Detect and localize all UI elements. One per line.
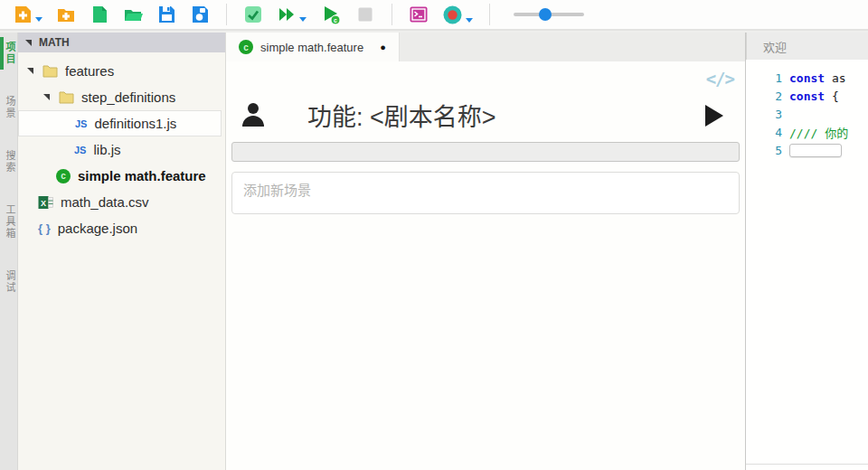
activity-bar: 项目 场景 搜索 工具箱 调试 xyxy=(0,33,18,470)
add-scenario-input[interactable] xyxy=(231,172,740,214)
tree-item-lib-js[interactable]: JS lib.js xyxy=(18,136,225,163)
zoom-slider[interactable] xyxy=(514,8,584,21)
sidebar-tab-search[interactable]: 搜索 xyxy=(0,148,17,175)
cursor-widget xyxy=(789,144,842,157)
stop-button[interactable] xyxy=(355,5,375,24)
sidebar-tab-scenes[interactable]: 场景 xyxy=(0,94,17,121)
record-button[interactable] xyxy=(442,5,473,25)
terminal-icon xyxy=(409,5,429,24)
toolbar-separator xyxy=(489,4,490,25)
terminal-button[interactable] xyxy=(409,5,429,24)
tree-item-label: simple math.feature xyxy=(78,168,206,183)
tree-item-label: lib.js xyxy=(93,142,120,157)
line-number: 4 xyxy=(746,126,789,139)
feature-description-input[interactable] xyxy=(231,142,740,162)
feature-title: 功能: <剧本名称> xyxy=(307,98,705,133)
new-document-icon xyxy=(90,5,109,24)
line-number: 3 xyxy=(746,108,789,121)
tree-item-label: math_data.csv xyxy=(61,194,149,210)
app-window: c xyxy=(0,0,868,470)
code-view-toggle-icon[interactable]: </> xyxy=(706,69,734,89)
code-text: { xyxy=(825,89,839,103)
svg-text:c: c xyxy=(334,17,337,24)
code-editor[interactable]: 1 const as 2 const { 3 4 //// 你的 5 xyxy=(746,60,868,470)
expand-arrow-icon xyxy=(27,68,33,74)
run-all-dropdown-icon[interactable] xyxy=(299,17,307,22)
tree-item-step-definitions[interactable]: step_definitions xyxy=(18,84,225,110)
cucumber-file-icon: c xyxy=(239,40,253,54)
editor-tab-bar: c simple math.feature ● xyxy=(226,33,745,61)
tree-item-label: step_definitions xyxy=(81,89,175,105)
run-feature-button[interactable] xyxy=(705,105,723,127)
tree-item-simple-math-feature[interactable]: c simple math.feature xyxy=(18,163,225,189)
explorer-header[interactable]: MATH xyxy=(18,33,225,52)
verify-check-icon xyxy=(243,5,263,24)
editor-tab-simple-math-feature[interactable]: c simple math.feature ● xyxy=(226,33,400,61)
line-number: 1 xyxy=(746,71,789,85)
csv-file-icon: X xyxy=(38,195,53,210)
new-folder-button[interactable] xyxy=(56,5,76,24)
toolbar-separator xyxy=(226,4,227,25)
tree-item-math-data-csv[interactable]: X math_data.csv xyxy=(18,189,225,215)
main-toolbar: c xyxy=(0,0,868,31)
new-folder-icon xyxy=(56,5,76,24)
feature-editor: c simple math.feature ● </> 功能: <剧本名称> xyxy=(226,33,746,470)
editor-tab-label: simple math.feature xyxy=(260,41,363,54)
sidebar-tab-project[interactable]: 项目 xyxy=(0,40,17,67)
new-file-dropdown-icon[interactable] xyxy=(35,17,42,22)
record-dropdown-icon[interactable] xyxy=(466,18,473,23)
tab-welcome[interactable]: 欢迎 xyxy=(747,33,799,60)
sidebar-tab-toolbox[interactable]: 工具箱 xyxy=(0,202,17,241)
code-keyword: const xyxy=(789,89,825,103)
modified-dot-icon: ● xyxy=(380,42,386,52)
run-all-button[interactable] xyxy=(277,5,307,24)
stop-icon xyxy=(355,5,375,24)
save-button[interactable] xyxy=(156,5,176,24)
cucumber-file-icon: c xyxy=(56,169,71,183)
run-button[interactable]: c xyxy=(320,4,342,25)
new-file-icon xyxy=(13,5,33,24)
save-icon xyxy=(156,5,176,24)
record-icon xyxy=(442,5,463,25)
file-tree: features step_definitions JS definitions… xyxy=(18,52,225,241)
right-tab-bar: 欢迎 xyxy=(746,33,868,60)
open-folder-icon xyxy=(123,5,143,24)
code-text: as xyxy=(825,71,845,85)
sidebar-tab-debug[interactable]: 调试 xyxy=(0,268,17,296)
code-keyword: const xyxy=(789,71,825,85)
save-all-icon xyxy=(190,5,210,24)
tree-item-label: package.json xyxy=(58,221,137,236)
new-document-button[interactable] xyxy=(90,5,109,24)
code-line: 1 const as xyxy=(746,69,868,87)
run-icon: c xyxy=(320,4,342,25)
javascript-file-icon: JS xyxy=(75,118,87,129)
code-comment: //// 你的 xyxy=(789,124,848,141)
json-file-icon: { } xyxy=(38,221,51,235)
tree-item-package-json[interactable]: { } package.json xyxy=(18,215,225,241)
svg-text:X: X xyxy=(41,198,46,207)
welcome-panel: 欢迎 1 const as 2 const { 3 4 //// 你的 xyxy=(746,33,868,470)
save-all-button[interactable] xyxy=(190,5,210,24)
open-folder-button[interactable] xyxy=(123,5,143,24)
tree-item-features[interactable]: features xyxy=(18,58,225,84)
line-number: 2 xyxy=(746,89,789,103)
code-line: 3 xyxy=(746,105,868,123)
verify-button[interactable] xyxy=(243,5,263,24)
tree-item-label: definitions1.js xyxy=(94,116,176,131)
project-explorer: MATH features step_definitions xyxy=(18,33,226,470)
feature-content: </> 功能: <剧本名称> xyxy=(226,61,745,470)
feature-title-row: 功能: <剧本名称> xyxy=(231,98,740,133)
expand-arrow-icon xyxy=(43,94,50,100)
new-file-button[interactable] xyxy=(13,5,42,24)
javascript-file-icon: JS xyxy=(74,145,86,155)
code-line: 2 const { xyxy=(746,87,868,105)
run-all-icon xyxy=(277,5,297,24)
line-number: 5 xyxy=(746,144,789,157)
folder-icon xyxy=(59,90,74,104)
tree-item-definitions1-js[interactable]: JS definitions1.js xyxy=(18,110,222,136)
zoom-slider-thumb[interactable] xyxy=(539,8,552,21)
main-body: 项目 场景 搜索 工具箱 调试 MATH features xyxy=(0,31,868,470)
folder-icon xyxy=(42,64,58,78)
tree-item-label: features xyxy=(65,63,114,79)
project-name: MATH xyxy=(39,36,70,49)
